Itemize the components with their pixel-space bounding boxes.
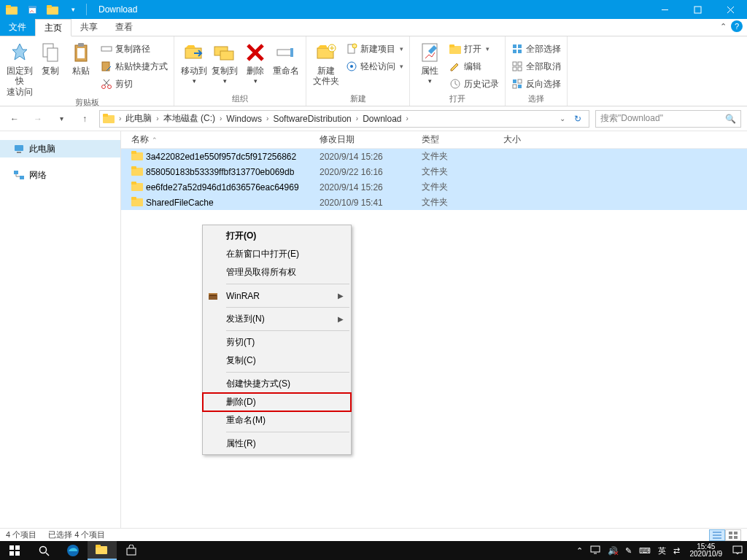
- crumb-swd[interactable]: SoftwareDistribution: [273, 114, 351, 124]
- up-button[interactable]: ↑: [76, 110, 93, 128]
- column-name[interactable]: 名称⌃: [127, 133, 315, 146]
- tray-volume-icon[interactable]: 🔊✕: [608, 546, 618, 556]
- ctx-properties[interactable]: 属性(R): [203, 435, 351, 453]
- invert-selection-button[interactable]: 反向选择: [510, 76, 562, 92]
- svg-rect-36: [513, 79, 516, 83]
- tab-file[interactable]: 文件: [0, 19, 35, 36]
- easy-access-button[interactable]: 轻松访问▾: [344, 58, 405, 74]
- copy-path-button[interactable]: 复制路径: [99, 41, 169, 57]
- cut-button[interactable]: 剪切: [99, 76, 169, 92]
- start-button[interactable]: [0, 541, 29, 560]
- forward-button[interactable]: →: [29, 110, 47, 128]
- column-date[interactable]: 修改日期: [315, 133, 417, 146]
- column-headers[interactable]: 名称⌃ 修改日期 类型 大小: [121, 131, 747, 149]
- paste-button[interactable]: 粘贴: [66, 39, 96, 76]
- copy-to-button[interactable]: 复制到▾: [209, 39, 240, 85]
- tree-this-pc[interactable]: 此电脑: [0, 140, 120, 158]
- tab-share[interactable]: 共享: [71, 19, 107, 36]
- ctx-send-to[interactable]: 发送到(N)▶: [203, 310, 351, 328]
- tree-network[interactable]: 网络: [0, 166, 120, 184]
- crumb-thispc[interactable]: 此电脑: [125, 112, 152, 125]
- table-row[interactable]: 3a422082ed1e550f957dc5f917256862 2020/9/…: [121, 149, 747, 164]
- context-menu: 打开(O) 在新窗口中打开(E) 管理员取得所有权 WinRAR▶ 发送到(N)…: [202, 225, 352, 455]
- svg-rect-31: [518, 50, 522, 53]
- svg-rect-38: [513, 85, 516, 88]
- qat-newfolder-icon[interactable]: [44, 2, 61, 17]
- svg-rect-52: [729, 536, 732, 539]
- status-bar: 4 个项目 已选择 4 个项目: [0, 528, 747, 541]
- move-to-button[interactable]: 移动到▾: [179, 39, 209, 85]
- search-input[interactable]: 搜索"Download" 🔍: [595, 110, 741, 128]
- group-open-label: 打开: [414, 93, 500, 106]
- new-item-button[interactable]: 新建项目▾: [344, 41, 405, 57]
- refresh-icon[interactable]: ↻: [570, 114, 586, 124]
- qat-properties-icon[interactable]: [23, 2, 41, 17]
- taskbar-store[interactable]: [117, 541, 146, 560]
- tray-chevron-icon[interactable]: ⌃: [576, 546, 583, 556]
- ctx-open[interactable]: 打开(O): [203, 227, 351, 245]
- back-button[interactable]: ←: [6, 110, 23, 128]
- tab-view[interactable]: 查看: [107, 19, 142, 36]
- table-row[interactable]: ee6fde27a52d946d1d636576eac64969 2020/9/…: [121, 179, 747, 195]
- ctx-open-new-window[interactable]: 在新窗口中打开(E): [203, 245, 351, 263]
- crumb-download[interactable]: Download: [363, 114, 401, 124]
- table-row[interactable]: 858050183b53339ffbf313770eb069db 2020/9/…: [121, 164, 747, 179]
- properties-button[interactable]: 属性▾: [414, 39, 445, 85]
- rename-button[interactable]: 重命名: [271, 39, 301, 76]
- ctx-take-ownership[interactable]: 管理员取得所有权: [203, 263, 351, 281]
- ctx-rename[interactable]: 重命名(M): [203, 411, 351, 429]
- ctx-copy[interactable]: 复制(C): [203, 351, 351, 370]
- history-button[interactable]: 历史记录: [448, 76, 500, 92]
- address-bar[interactable]: › 此电脑› 本地磁盘 (C:)› Windows› SoftwareDistr…: [99, 110, 589, 128]
- minimize-button[interactable]: [649, 0, 681, 19]
- table-row[interactable]: SharedFileCache 2020/10/9 15:41 文件夹: [121, 195, 747, 210]
- tray-ime[interactable]: 英: [658, 545, 666, 556]
- crumb-windows[interactable]: Windows: [226, 114, 262, 124]
- tray-keyboard-icon[interactable]: ⌨: [639, 546, 651, 556]
- address-dropdown-icon[interactable]: ⌄: [557, 114, 568, 122]
- svg-rect-10: [77, 48, 85, 58]
- select-all-button[interactable]: 全部选择: [510, 41, 562, 57]
- edit-button[interactable]: 编辑: [448, 58, 500, 74]
- svg-rect-39: [518, 85, 522, 88]
- copy-button[interactable]: 复制: [35, 39, 66, 76]
- copy-path-icon: [101, 43, 112, 55]
- svg-rect-28: [513, 44, 516, 48]
- svg-rect-40: [15, 145, 23, 151]
- folder-icon: [131, 197, 143, 209]
- taskbar[interactable]: ⌃ 🔊✕ ✎ ⌨ 英 ⇄ 15:45 2020/10/9: [0, 541, 747, 560]
- help-icon[interactable]: ?: [731, 20, 743, 32]
- navigation-tree[interactable]: 此电脑 网络: [0, 131, 121, 528]
- maximize-button[interactable]: [681, 0, 714, 19]
- ctx-winrar[interactable]: WinRAR▶: [203, 287, 351, 305]
- recent-locations-button[interactable]: ▾: [53, 110, 70, 128]
- ctx-delete[interactable]: 删除(D): [203, 393, 351, 411]
- collapse-ribbon-icon[interactable]: ⌃: [720, 22, 727, 31]
- new-folder-button[interactable]: 新建 文件夹: [311, 39, 341, 87]
- tray-clock[interactable]: 15:45 2020/10/9: [687, 543, 726, 559]
- qat-dropdown-icon[interactable]: ▾: [64, 2, 82, 17]
- tray-ime-toggle-icon[interactable]: ⇄: [673, 546, 680, 556]
- view-details-button[interactable]: [709, 529, 725, 541]
- tray-display-icon[interactable]: [590, 545, 600, 556]
- pin-quickaccess-button[interactable]: 固定到快 速访问: [4, 39, 35, 97]
- tab-home[interactable]: 主页: [35, 19, 71, 36]
- column-type[interactable]: 类型: [417, 133, 499, 146]
- paste-shortcut-button[interactable]: 粘贴快捷方式: [99, 58, 169, 74]
- ctx-cut[interactable]: 剪切(T): [203, 333, 351, 351]
- taskbar-explorer[interactable]: [88, 541, 117, 560]
- taskbar-search-button[interactable]: [29, 541, 58, 560]
- taskbar-edge[interactable]: [58, 541, 88, 560]
- view-icons-button[interactable]: [725, 529, 741, 541]
- column-size[interactable]: 大小: [499, 133, 557, 146]
- ctx-create-shortcut[interactable]: 创建快捷方式(S): [203, 375, 351, 393]
- close-button[interactable]: [714, 0, 747, 19]
- select-none-button[interactable]: 全部取消: [510, 58, 562, 74]
- open-button[interactable]: 打开▾: [448, 41, 500, 57]
- crumb-c[interactable]: 本地磁盘 (C:): [163, 112, 215, 125]
- group-organize-label: 组织: [179, 93, 301, 106]
- tray-settings-icon[interactable]: ✎: [625, 546, 632, 556]
- tray-notifications-icon[interactable]: [732, 545, 743, 556]
- delete-button[interactable]: 删除▾: [240, 39, 271, 85]
- svg-line-59: [46, 553, 49, 556]
